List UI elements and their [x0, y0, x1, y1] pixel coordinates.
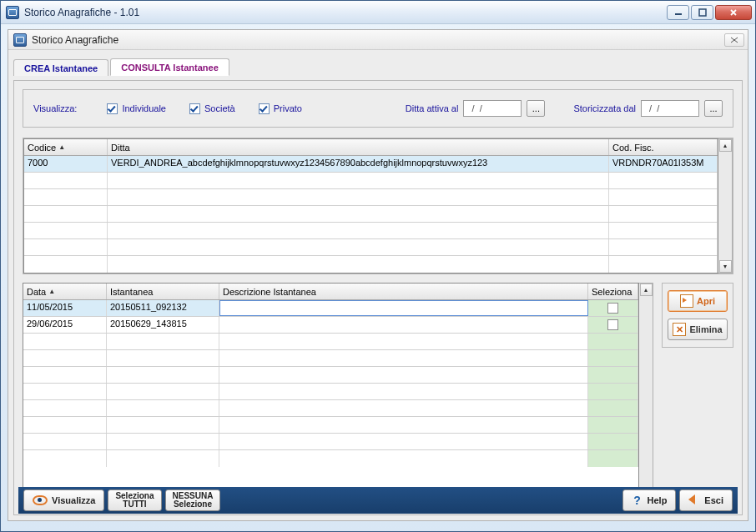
exit-icon	[688, 494, 700, 506]
help-icon: ?	[632, 494, 643, 506]
seleziona-tutti-button[interactable]: SelezionaTUTTI	[108, 489, 161, 511]
button-label: TUTTI	[123, 500, 146, 509]
cell-codfisc: VRDNDR70A01I353M	[609, 156, 718, 172]
button-label: Selezione	[174, 500, 212, 509]
help-button[interactable]: ?Help	[622, 489, 677, 511]
checkbox-icon	[189, 103, 200, 114]
nessuna-selezione-button[interactable]: NESSUNASelezione	[165, 489, 221, 511]
table-row-empty	[23, 367, 638, 384]
lower-row: Data▲ Istantanea Descrizione Istantanea …	[23, 283, 733, 506]
inner-window: Storico Anagrafiche CREA Istantanee CONS…	[8, 29, 748, 521]
picker-ditta-attiva[interactable]: ...	[527, 100, 545, 117]
inner-close-button[interactable]	[724, 33, 744, 47]
table-row[interactable]: 29/06/2015 20150629_143815	[23, 317, 638, 334]
cell-seleziona	[588, 300, 638, 316]
label-individuale: Individuale	[122, 103, 166, 113]
cell-descrizione	[219, 317, 588, 333]
button-label: Visualizza	[52, 496, 95, 505]
minimize-button[interactable]	[667, 5, 689, 20]
label-visualizza: Visualizza:	[33, 103, 77, 113]
button-label: Elimina	[689, 324, 722, 334]
table-row-empty	[24, 256, 718, 273]
tab-page-consulta: Visualizza: Individuale Società Privato …	[13, 80, 743, 515]
scroll-down-icon[interactable]: ▾	[719, 260, 732, 273]
elimina-button[interactable]: ✕Elimina	[668, 319, 728, 340]
col-data[interactable]: Data▲	[23, 284, 107, 299]
cell-codice: 7000	[24, 156, 108, 172]
table-row-empty	[23, 350, 638, 367]
ellipsis-icon: ...	[709, 103, 717, 113]
grid-istantanee[interactable]: Data▲ Istantanea Descrizione Istantanea …	[23, 283, 639, 506]
app-icon	[6, 6, 19, 19]
button-label: Help	[648, 496, 668, 505]
col-descrizione[interactable]: Descrizione Istantanea	[219, 284, 588, 299]
col-seleziona[interactable]: Seleziona	[588, 284, 638, 299]
esci-button[interactable]: Esci	[679, 489, 733, 511]
close-button[interactable]	[715, 5, 752, 20]
grid-ditte[interactable]: Codice▲ Ditta Cod. Fisc. 7000 VERDI_ANDR…	[23, 138, 718, 274]
client-area: CREA Istantanee CONSULTA Istantanee Visu…	[8, 50, 748, 520]
visualizza-button[interactable]: Visualizza	[23, 489, 104, 511]
table-row-empty	[24, 173, 718, 189]
cell-istantanea: 20150511_092132	[107, 300, 219, 316]
label-societa: Società	[204, 103, 235, 113]
table-row-empty	[23, 434, 638, 450]
maximize-button[interactable]	[691, 5, 713, 20]
eye-icon	[33, 495, 48, 505]
col-codfisc[interactable]: Cod. Fisc.	[609, 139, 718, 155]
tabstrip: CREA Istantanee CONSULTA Istantanee	[13, 53, 743, 75]
open-icon	[680, 294, 693, 308]
table-row-empty	[24, 223, 718, 239]
table-row[interactable]: 11/05/2015 20150511_092132	[23, 300, 638, 317]
tab-consulta[interactable]: CONSULTA Istantanee	[110, 58, 229, 76]
checkbox-icon	[107, 103, 118, 114]
cell-data: 29/06/2015	[23, 317, 107, 333]
input-ditta-attiva[interactable]	[463, 100, 522, 117]
scrollbar[interactable]: ▴ ▾	[718, 138, 733, 274]
inner-title: Storico Anagrafiche	[32, 34, 724, 46]
window-title: Storico Anagrafiche - 1.01	[24, 7, 667, 18]
svg-rect-0	[699, 9, 706, 16]
check-privato[interactable]: Privato	[259, 103, 302, 114]
label-privato: Privato	[274, 103, 302, 113]
label-storicizzata: Storicizzata dal	[573, 103, 636, 113]
table-row-empty	[23, 450, 638, 467]
inner-titlebar: Storico Anagrafiche	[8, 30, 748, 50]
row-checkbox[interactable]	[607, 303, 618, 314]
table-row-empty	[24, 189, 718, 206]
table-row-empty	[23, 334, 638, 350]
sort-asc-icon: ▲	[58, 143, 65, 151]
input-storicizzata[interactable]	[641, 100, 699, 117]
apri-button[interactable]: Apri	[668, 290, 728, 312]
scroll-up-icon[interactable]: ▴	[640, 284, 653, 296]
table-row-empty	[23, 400, 638, 417]
picker-storicizzata[interactable]: ...	[704, 100, 723, 117]
checkbox-icon	[259, 103, 270, 114]
col-istantanea[interactable]: Istantanea	[107, 284, 219, 299]
row-checkbox[interactable]	[607, 319, 618, 330]
bottom-bar: Visualizza SelezionaTUTTI NESSUNASelezio…	[18, 487, 738, 514]
cell-seleziona	[588, 317, 638, 333]
cell-data: 11/05/2015	[23, 300, 107, 316]
cell-istantanea: 20150629_143815	[107, 317, 219, 333]
check-individuale[interactable]: Individuale	[107, 103, 166, 114]
scroll-up-icon[interactable]: ▴	[719, 139, 732, 152]
scrollbar[interactable]: ▴ ▾	[639, 283, 653, 506]
col-codice[interactable]: Codice▲	[24, 139, 108, 155]
tab-crea[interactable]: CREA Istantanee	[13, 59, 108, 76]
table-row-empty	[23, 417, 638, 434]
cell-ditta: VERDI_ANDREA_abcdefghijklmnopqrstuvwxyz1…	[108, 156, 609, 172]
outer-titlebar: Storico Anagrafiche - 1.01	[1, 1, 755, 24]
table-row-empty	[24, 206, 718, 223]
side-buttons: Apri ✕Elimina	[653, 283, 733, 506]
sort-asc-icon: ▲	[48, 288, 55, 295]
check-societa[interactable]: Società	[189, 103, 235, 114]
col-label: Codice	[28, 143, 56, 153]
table-row-empty	[24, 239, 718, 256]
button-label: Esci	[704, 496, 723, 505]
button-label: Apri	[697, 296, 715, 306]
col-label: Data	[27, 287, 46, 297]
col-ditta[interactable]: Ditta	[108, 139, 609, 155]
cell-descrizione-edit[interactable]	[219, 300, 588, 316]
table-row[interactable]: 7000 VERDI_ANDREA_abcdefghijklmnopqrstuv…	[24, 156, 718, 173]
